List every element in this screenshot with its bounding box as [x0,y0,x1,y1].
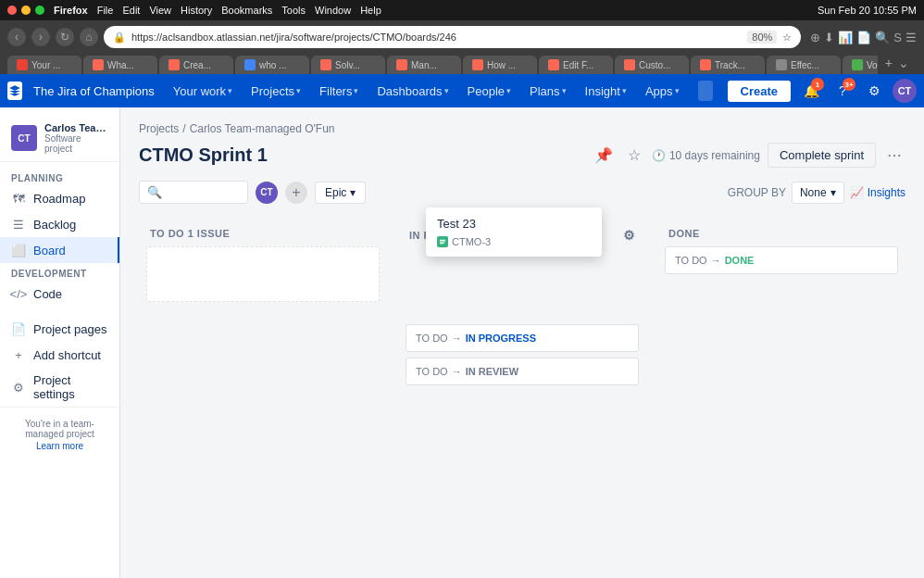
browser-icon-1[interactable]: ⊕ [810,31,820,44]
tab-label: Wha... [107,60,134,70]
help-icon[interactable]: ? 3+ [830,78,855,104]
project-settings-icon: ⚙ [11,380,26,395]
sidebar-item-project-pages[interactable]: 📄 Project pages [0,316,119,342]
board-columns: TO DO 1 ISSUE IN PROGRESS ⚙ Test 23 [139,217,905,398]
pin-icon[interactable]: 📌 [591,143,617,168]
add-filter-avatar[interactable]: + [285,182,307,204]
tab-favicon [244,59,256,70]
nav-apps[interactable]: Apps▾ [638,81,687,102]
nav-filters[interactable]: Filters▾ [312,81,366,102]
browser-icon-6[interactable]: S [893,31,902,44]
chevron-icon: ▾ [675,86,680,95]
transition-card-to-review[interactable]: TO DO → IN REVIEW [406,358,639,385]
arrow-icon-done: → [711,255,721,266]
tab-favicon [93,59,104,70]
sidebar-item-project-settings[interactable]: ⚙ Project settings [0,368,119,407]
transition-to-done: DONE [725,255,755,266]
browser-tabs-bar: Your ... Wha... Crea... who ... Solv... … [7,52,917,74]
user-avatar[interactable]: CT [893,79,917,103]
tab-12[interactable]: Voice... [843,56,878,74]
nav-projects[interactable]: Projects▾ [243,81,308,102]
nav-insight[interactable]: Insight▾ [578,81,634,102]
transition-card-to-done[interactable]: TO DO → DONE [665,246,898,274]
back-button[interactable]: ‹ [7,28,26,46]
jira-search-input[interactable] [698,81,713,101]
os-status-right: Sun Feb 20 10:55 PM [818,5,917,16]
tab-5[interactable]: Solv... [311,56,385,74]
home-button[interactable]: ⌂ [80,28,98,46]
refresh-button[interactable]: ↻ [56,28,74,46]
epic-filter-button[interactable]: Epic ▾ [315,182,366,204]
notifications-icon[interactable]: 🔔 1 [798,78,824,104]
browser-icon-3[interactable]: 📊 [838,31,853,44]
os-menu-bookmarks[interactable]: Bookmarks [221,5,272,16]
search-input[interactable] [166,186,240,199]
os-menu-file[interactable]: File [97,5,114,16]
breadcrumb-project-link[interactable]: Carlos Team-managed O'Fun [190,122,335,135]
os-traffic-lights[interactable] [7,6,44,15]
traffic-close[interactable] [7,6,17,15]
star-icon[interactable]: ☆ [624,143,644,168]
sidebar-item-backlog-label: Backlog [33,218,76,232]
transition-card-to-progress[interactable]: TO DO → IN PROGRESS [406,324,639,352]
tab-8[interactable]: Edit F... [539,56,613,74]
chevron-icon: ▾ [444,86,449,95]
os-menu-bar: Firefox File Edit View History Bookmarks… [0,0,924,20]
sidebar-item-roadmap[interactable]: 🗺 Roadmap [0,185,119,211]
os-menu-edit[interactable]: Edit [122,5,140,16]
tab-label: Man... [411,60,437,70]
tab-gmail[interactable]: Your ... [7,56,81,74]
tab-7[interactable]: How ... [463,56,537,74]
tab-2[interactable]: Wha... [83,56,157,74]
more-options-icon[interactable]: ⋯ [883,143,905,168]
insights-button[interactable]: 📈 Insights [850,186,905,199]
tab-11[interactable]: Effec... [767,56,841,74]
transition-from-2: TO DO [416,366,448,377]
os-menu-window[interactable]: Window [315,5,351,16]
browser-icon-2[interactable]: ⬇ [824,31,834,44]
sidebar-item-add-shortcut[interactable]: + Add shortcut [0,342,119,368]
os-menu-tools[interactable]: Tools [281,5,306,16]
sidebar-item-code[interactable]: </> Code [0,281,119,307]
browser-icon-7[interactable]: ☰ [905,31,917,44]
os-menu-history[interactable]: History [181,5,212,16]
tab-6[interactable]: Man... [387,56,461,74]
sidebar-item-backlog[interactable]: ☰ Backlog [0,211,119,237]
nav-your-work[interactable]: Your work▾ [166,81,240,102]
jira-logo-icon[interactable] [7,82,22,100]
forward-button[interactable]: › [31,28,50,46]
tab-4[interactable]: who ... [235,56,309,74]
browser-icon-4[interactable]: 📄 [856,31,871,44]
tab-10[interactable]: Track... [691,56,765,74]
popup-card-id-row: CTMO-3 [437,236,591,247]
tab-3[interactable]: Crea... [159,56,233,74]
sidebar-item-board[interactable]: ⬜ Board [0,237,119,263]
new-tab-icon[interactable]: + [885,56,893,70]
column-settings-icon[interactable]: ⚙ [623,228,636,243]
url-bar[interactable]: 🔒 https://aclsandbox.atlassian.net/jira/… [104,26,801,48]
learn-more-link[interactable]: Learn more [11,441,108,451]
nav-dashboards[interactable]: Dashboards▾ [369,81,456,102]
filter-avatar-1[interactable]: CT [256,182,278,204]
traffic-maximize[interactable] [35,6,44,15]
group-by-select[interactable]: None ▾ [792,182,844,204]
tab-favicon [700,59,711,70]
os-menu-view[interactable]: View [149,5,171,16]
transition-to-1: IN PROGRESS [466,333,536,344]
browser-icon-5[interactable]: 🔍 [875,31,890,44]
tab-label: Effec... [791,60,819,70]
team-managed-notice: You're in a team-managed project [11,419,108,439]
column-done: DONE TO DO → DONE [657,217,905,287]
os-menu-help[interactable]: Help [360,5,381,16]
tab-9[interactable]: Custo... [615,56,689,74]
complete-sprint-button[interactable]: Complete sprint [768,143,876,168]
nav-people[interactable]: People▾ [460,81,518,102]
bookmark-icon[interactable]: ☆ [782,31,792,44]
create-button[interactable]: Create [728,81,791,102]
breadcrumb-projects-link[interactable]: Projects [139,122,179,135]
traffic-minimize[interactable] [21,6,31,15]
nav-plans[interactable]: Plans▾ [522,81,574,102]
sidebar-item-settings-label: Project settings [33,373,108,401]
settings-icon[interactable]: ⚙ [861,78,887,104]
tab-overflow-icon[interactable]: ⌄ [898,56,909,70]
